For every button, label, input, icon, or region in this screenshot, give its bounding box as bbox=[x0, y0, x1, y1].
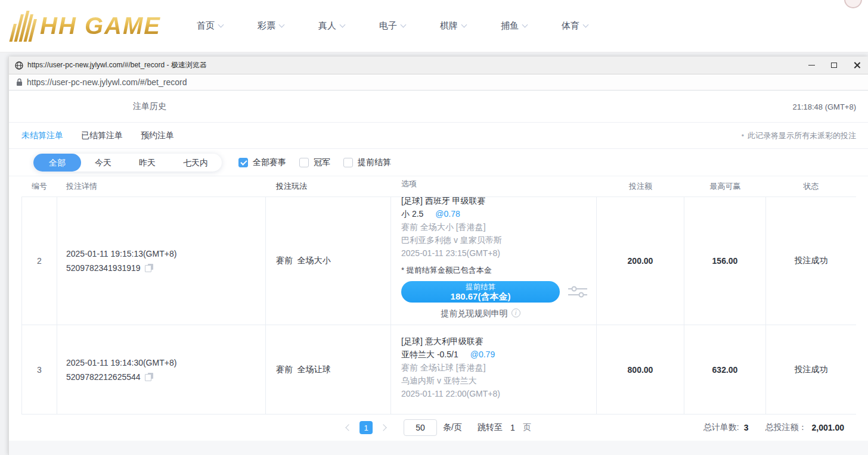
main-nav: 首页 彩票 真人 电子 棋牌 捕鱼 体育 bbox=[197, 20, 622, 32]
pagination-controls: 1 条/页 跳转至 页 bbox=[346, 419, 531, 436]
bet-amount: 200.00 bbox=[628, 256, 653, 266]
page-size-input[interactable] bbox=[404, 419, 437, 436]
nav-item-sports[interactable]: 体育 bbox=[562, 20, 588, 32]
teams: 乌迪内斯 v 亚特兰大 bbox=[401, 374, 590, 387]
cashout-button[interactable]: 提前结算 180.67(含本金) bbox=[401, 281, 560, 303]
bet-record-page: 注单历史 21:18:48 (GMT+8) 未结算注单 已结算注单 预约注单 此… bbox=[9, 91, 868, 455]
nav-label: 捕鱼 bbox=[501, 20, 519, 32]
cell-option: [足球] 意大利甲级联赛 亚特兰大 -0.5/1 @0.79 赛前 全场让球 [… bbox=[391, 325, 597, 414]
odds: @0.78 bbox=[435, 207, 460, 220]
record-note: 此记录将显示所有未派彩的投注 bbox=[742, 130, 856, 141]
cell-option: [足球] 西班牙 甲级联赛 小 2.5 @0.78 赛前 全场大小 [香港盘] … bbox=[391, 197, 597, 325]
chevron-down-icon bbox=[278, 22, 284, 28]
play-type: 赛前 全场让球 bbox=[276, 364, 390, 375]
bet-amount: 800.00 bbox=[628, 365, 653, 375]
tab-unsettled[interactable]: 未结算注单 bbox=[21, 130, 63, 141]
nav-item-cards[interactable]: 棋牌 bbox=[440, 20, 466, 32]
match-time: 2025-01-11 23:15(GMT+8) bbox=[401, 247, 590, 260]
maximize-icon bbox=[831, 63, 837, 68]
checkbox-label: 冠军 bbox=[314, 157, 330, 168]
all-events-checkbox[interactable]: 全部赛事 bbox=[238, 157, 286, 168]
max-win: 632.00 bbox=[712, 365, 738, 375]
league-name: [足球] 意大利甲级联赛 bbox=[401, 335, 590, 348]
chevron-right-icon[interactable] bbox=[380, 424, 386, 431]
early-settle-checkbox[interactable]: 提前结算 bbox=[343, 157, 391, 168]
chevron-down-icon bbox=[339, 22, 345, 28]
league-name: [足球] 西班牙 甲级联赛 bbox=[401, 197, 590, 207]
logo-icon bbox=[10, 11, 39, 42]
copy-icon[interactable] bbox=[145, 264, 153, 272]
chevron-down-icon bbox=[522, 22, 528, 28]
teams: 巴利亚多利德 v 皇家贝蒂斯 bbox=[401, 233, 590, 247]
nav-label: 电子 bbox=[379, 20, 397, 32]
bet-table: 编号 投注详情 投注玩法 选项 投注额 最高可赢 状态 2 2025-01-11… bbox=[21, 176, 856, 441]
site-logo[interactable]: HH GAME bbox=[13, 11, 161, 42]
chevron-left-icon[interactable] bbox=[345, 424, 352, 431]
maximize-button[interactable] bbox=[823, 57, 845, 74]
bet-id: 5209782212625544 bbox=[66, 370, 141, 384]
pagination: 1 条/页 跳转至 页 总计单数: 3 总投注额： 2,001.00 bbox=[21, 414, 856, 441]
pill-all[interactable]: 全部 bbox=[33, 154, 81, 172]
site-header: HH GAME 首页 彩票 真人 电子 棋牌 捕鱼 体育 bbox=[0, 0, 868, 52]
pill-today[interactable]: 今天 bbox=[81, 154, 125, 172]
nav-item-slots[interactable]: 电子 bbox=[379, 20, 405, 32]
browser-window: https://user-pc-new.jylywl.com/#/bet_rec… bbox=[8, 57, 868, 455]
logo-text: HH GAME bbox=[40, 13, 161, 39]
bet-id-line: 5209782212625544 bbox=[66, 370, 265, 384]
col-header-maxwin: 最高可赢 bbox=[684, 181, 766, 192]
tab-reserved[interactable]: 预约注单 bbox=[141, 130, 174, 141]
total-amount-label: 总投注额： bbox=[765, 422, 807, 433]
cell-status: 投注成功 bbox=[766, 325, 856, 414]
cashout-button-amount: 180.67(含本金) bbox=[451, 292, 511, 301]
cell-play: 赛前 全场让球 bbox=[266, 325, 391, 414]
champion-checkbox[interactable]: 冠军 bbox=[299, 157, 330, 168]
col-header-detail: 投注详情 bbox=[57, 181, 266, 192]
checkbox-unchecked-icon bbox=[299, 158, 309, 167]
col-header-play: 投注玩法 bbox=[266, 181, 391, 192]
browser-address-bar[interactable]: https://user-pc-new.jylywl.com/#/bet_rec… bbox=[9, 74, 868, 91]
cashout-rules-link[interactable]: 提前兑现规则申明 bbox=[401, 307, 560, 319]
col-header-status: 状态 bbox=[766, 181, 856, 192]
page-number-button[interactable]: 1 bbox=[359, 421, 373, 434]
pill-seven-days[interactable]: 七天内 bbox=[169, 154, 222, 172]
sliders-icon[interactable] bbox=[568, 285, 587, 298]
page-unit-label: 页 bbox=[523, 422, 531, 433]
nav-item-live[interactable]: 真人 bbox=[318, 20, 345, 32]
cell-amount: 200.00 bbox=[597, 197, 684, 325]
tab-settled[interactable]: 已结算注单 bbox=[81, 130, 123, 141]
cashout-button-label: 提前结算 bbox=[466, 282, 495, 292]
cashout-row: 提前结算 180.67(含本金) bbox=[401, 281, 590, 303]
chevron-down-icon bbox=[400, 22, 406, 28]
odds: @0.79 bbox=[470, 348, 495, 361]
cell-detail: 2025-01-11 19:15:13(GMT+8) 5209782341931… bbox=[57, 197, 266, 325]
chevron-down-icon bbox=[461, 22, 467, 28]
browser-titlebar[interactable]: https://user-pc-new.jylywl.com/#/bet_rec… bbox=[9, 57, 868, 74]
pill-yesterday[interactable]: 昨天 bbox=[125, 154, 169, 172]
info-icon[interactable] bbox=[512, 308, 520, 317]
close-button[interactable] bbox=[845, 57, 868, 74]
current-time: 21:18:48 (GMT+8) bbox=[792, 102, 856, 111]
nav-item-lottery[interactable]: 彩票 bbox=[258, 20, 284, 32]
market: 赛前 全场让球 [香港盘] bbox=[401, 361, 590, 374]
url-text: https://user-pc-new.jylywl.com/#/bet_rec… bbox=[27, 77, 187, 87]
copy-icon[interactable] bbox=[145, 373, 153, 381]
chevron-down-icon bbox=[582, 22, 588, 28]
nav-item-home[interactable]: 首页 bbox=[197, 20, 223, 32]
status-badge: 投注成功 bbox=[795, 364, 828, 375]
selection: 小 2.5 bbox=[401, 207, 423, 220]
window-title: https://user-pc-new.jylywl.com/#/bet_rec… bbox=[27, 60, 207, 70]
minimize-button[interactable] bbox=[800, 57, 823, 74]
globe-icon bbox=[15, 61, 23, 70]
checkbox-label: 提前结算 bbox=[358, 157, 391, 168]
jump-page-input[interactable] bbox=[503, 419, 523, 436]
cashout-note: * 提前结算金额已包含本金 bbox=[401, 264, 590, 276]
nav-item-fishing[interactable]: 捕鱼 bbox=[501, 20, 527, 32]
checkbox-checked-icon bbox=[238, 158, 248, 167]
nav-label: 体育 bbox=[562, 20, 579, 32]
table-header: 编号 投注详情 投注玩法 选项 投注额 最高可赢 状态 bbox=[21, 176, 856, 197]
row-number: 3 bbox=[37, 365, 42, 375]
col-header-option: 选项 bbox=[391, 179, 597, 194]
cell-amount: 800.00 bbox=[597, 325, 684, 414]
table-row: 2 2025-01-11 19:15:13(GMT+8) 52097823419… bbox=[21, 197, 856, 325]
table-row: 3 2025-01-11 19:14:30(GMT+8) 52097822126… bbox=[21, 325, 856, 414]
